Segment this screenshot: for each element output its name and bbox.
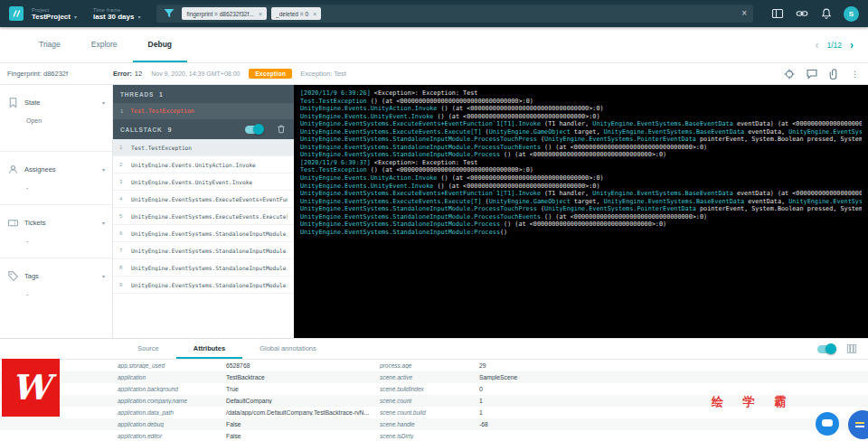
attachment-icon[interactable] — [828, 68, 841, 80]
attribute-key[interactable]: application.data_path — [118, 409, 226, 416]
console-line: UnityEngine.EventSystems.ExecuteEvents+E… — [300, 120, 862, 128]
callstack-toggle[interactable] — [245, 126, 263, 134]
prev-page-button[interactable]: ‹ — [815, 39, 818, 52]
frame-index: 3 — [119, 179, 131, 184]
console-line: UnityEngine.EventSystems.ExecuteEvents.E… — [300, 198, 862, 206]
callstack-frame[interactable]: 6UnityEngine.EventSystems.StandaloneInpu… — [113, 225, 294, 242]
remove-filter-icon[interactable]: × — [259, 10, 262, 18]
attribute-key[interactable]: application.debug — [118, 421, 226, 427]
fingerprint-label: Fingerprint: d86232f — [7, 70, 113, 78]
board-view-icon[interactable] — [771, 7, 784, 20]
frame-index: 6 — [119, 230, 131, 236]
top-navigation-bar: Project TestProject ▾ Time frame last 30… — [0, 0, 868, 27]
console-line: UnityEngine.EventSystems.StandaloneInput… — [300, 144, 862, 152]
assignees-dropdown[interactable]: Assignees ▾ — [7, 164, 105, 175]
attribute-key[interactable]: scene.count.build — [380, 409, 479, 416]
badge-icon — [848, 410, 868, 439]
frame-text: UnityEngine.Events.UnityAction.Invoke — [131, 162, 256, 168]
callstack-frame[interactable]: 1Test.TestException — [113, 139, 294, 156]
attribute-key[interactable]: application.company.name — [118, 398, 226, 404]
callstack-frame[interactable]: 2UnityEngine.Events.UnityAction.Invoke — [113, 156, 294, 174]
callstack-frame[interactable]: 3UnityEngine.Events.UnityEvent.Invoke — [113, 174, 294, 191]
attribute-row: applicationTestBacktracescene.activeSamp… — [0, 371, 868, 383]
filter-bar[interactable]: fingerprint = d86232f32f... × _deleted =… — [156, 5, 753, 23]
filter-funnel-icon — [163, 8, 175, 19]
console-line: Test.TestException () (at <0000000000000… — [300, 166, 862, 174]
sidebar-section-state: State ▾ Open — [0, 85, 112, 152]
link-icon[interactable] — [796, 7, 808, 20]
chevron-down-icon: ▾ — [102, 220, 105, 226]
attribute-key[interactable]: scene.isDirty — [380, 433, 479, 439]
attribute-key[interactable]: application.editor — [118, 433, 226, 439]
trash-icon[interactable] — [276, 124, 287, 135]
console-output[interactable]: [2020/11/9 6:39:26] <Exception>: Excepti… — [294, 85, 868, 338]
attribute-key[interactable]: scene.active — [380, 374, 479, 380]
attribute-key[interactable]: scene.count — [380, 398, 479, 404]
project-selector[interactable]: Project TestProject ▾ — [32, 7, 77, 21]
sidebar-item-label: Tickets — [24, 219, 45, 227]
attribute-value: True — [226, 386, 380, 392]
chevron-down-icon: ▾ — [137, 14, 140, 20]
attribute-value: /data/app/com.DefaultCompany.TestBacktra… — [226, 409, 380, 416]
callstack-frame[interactable]: 7UnityEngine.EventSystems.StandaloneInpu… — [113, 242, 294, 259]
tag-icon — [7, 270, 19, 282]
tab-attributes[interactable]: Attributes — [176, 339, 242, 359]
more-options-icon[interactable]: ⋮ — [851, 70, 859, 79]
attribute-value: SampleScene — [479, 374, 868, 380]
attribute-key[interactable]: scene.buildIndex — [380, 386, 479, 392]
columns-icon[interactable] — [846, 343, 857, 354]
sidebar-item-label: Assignees — [24, 165, 56, 174]
next-page-button[interactable]: › — [850, 39, 854, 52]
remove-filter-icon[interactable]: × — [313, 10, 316, 18]
callstack-frame[interactable]: 8UnityEngine.EventSystems.StandaloneInpu… — [113, 259, 294, 277]
attribute-row: application.debugFalsescene.handle-68 — [0, 418, 868, 430]
pagination: ‹ 1/12 › — [815, 27, 868, 62]
watermark-brand-text: 绘 学 霸 — [712, 394, 794, 410]
callstack-frame[interactable]: 9UnityEngine.EventSystems.StandaloneInpu… — [113, 277, 294, 294]
watermark-logo-letter: W — [12, 371, 51, 405]
chevron-down-icon: ▾ — [102, 166, 105, 173]
tab-source[interactable]: Source — [120, 339, 176, 359]
comment-icon[interactable] — [806, 68, 818, 80]
filter-chip-deleted[interactable]: _deleted = 0 × — [271, 7, 321, 20]
timeframe-selector[interactable]: Time frame last 30 days ▾ — [93, 7, 140, 21]
attribute-key[interactable]: scene.handle — [380, 421, 479, 427]
callstack-header: CALLSTACK 9 — [113, 119, 294, 139]
tab-debug[interactable]: Debug — [133, 27, 187, 62]
attribute-key[interactable]: application — [118, 374, 226, 380]
thread-row[interactable]: 1 Test.TestException — [113, 103, 294, 119]
bookmark-icon — [7, 97, 19, 108]
attribute-key[interactable]: application.background — [118, 386, 226, 392]
tab-triage[interactable]: Triage — [24, 27, 76, 62]
clear-filters-button[interactable]: × — [741, 9, 747, 18]
tab-global-annotations[interactable]: Global annotations — [242, 339, 334, 359]
tab-explore[interactable]: Explore — [76, 27, 133, 62]
error-meta-bar: Fingerprint: d86232f Error: 12 Nov 9, 20… — [0, 63, 868, 85]
frame-text: UnityEngine.EventSystems.ExecuteEvents.E… — [131, 213, 288, 220]
callstack-frame[interactable]: 4UnityEngine.EventSystems.ExecuteEvents+… — [113, 191, 294, 208]
backtrace-logo-icon[interactable] — [9, 6, 24, 21]
state-value: Open — [26, 117, 105, 124]
attributes-toggle[interactable] — [817, 345, 835, 353]
detail-tabs: Source Attributes Global annotations — [0, 338, 868, 360]
console-line: UnityEngine.Events.UnityAction.Invoke ()… — [300, 105, 862, 113]
frame-index: 2 — [119, 162, 131, 167]
state-dropdown[interactable]: State ▾ — [7, 97, 105, 108]
focus-crosshair-icon[interactable] — [783, 68, 796, 80]
attribute-value: DefaultCompany — [226, 398, 380, 404]
attribute-key[interactable]: app.storage_used — [118, 362, 226, 369]
thread-index: 1 — [120, 108, 123, 114]
attribute-value: 1 — [479, 398, 868, 404]
tags-dropdown[interactable]: Tags ▾ — [7, 270, 105, 282]
callstack-frame[interactable]: 5UnityEngine.EventSystems.ExecuteEvents.… — [113, 208, 294, 225]
assignees-value: - — [26, 184, 105, 191]
bell-icon[interactable] — [820, 7, 833, 20]
filter-chip-fingerprint[interactable]: fingerprint = d86232f32f... × — [182, 7, 267, 20]
watermark-contact-badges — [803, 408, 868, 439]
view-tabs: Triage Explore Debug ‹ 1/12 › — [0, 27, 868, 63]
attribute-key[interactable]: process.age — [380, 362, 479, 369]
tickets-dropdown[interactable]: Tickets ▾ — [7, 217, 105, 229]
callstack-count: 9 — [167, 127, 171, 133]
avatar[interactable]: S — [844, 6, 859, 22]
filter-chip-text: fingerprint = d86232f32f... — [186, 11, 253, 17]
